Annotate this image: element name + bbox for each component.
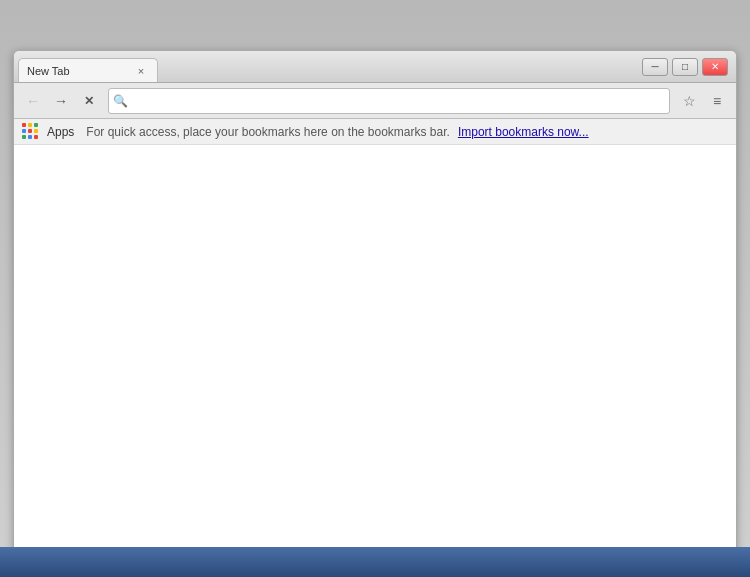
apps-dot-7 [28, 135, 32, 139]
stop-reload-button[interactable]: ✕ [76, 88, 102, 114]
bookmark-star-button[interactable]: ☆ [676, 88, 702, 114]
apps-dot-6 [22, 135, 26, 139]
chrome-menu-button[interactable]: ≡ [704, 88, 730, 114]
search-icon: 🔍 [113, 94, 128, 108]
tab-close-button[interactable]: × [133, 63, 149, 79]
back-icon: ← [26, 93, 40, 109]
maximize-button[interactable]: □ [672, 58, 698, 76]
minimize-button[interactable]: ─ [642, 58, 668, 76]
close-x-icon: ✕ [84, 94, 94, 108]
page-content [14, 145, 736, 569]
apps-dot-3 [22, 129, 26, 133]
bookmarks-bar: Apps For quick access, place your bookma… [14, 119, 736, 145]
tabs-area: New Tab × [14, 51, 634, 82]
navigation-bar: ← → ✕ 🔍 ☆ ≡ [14, 83, 736, 119]
forward-button[interactable]: → [48, 88, 74, 114]
tab-title: New Tab [27, 65, 129, 77]
title-bar: New Tab × ─ □ ✕ [14, 51, 736, 83]
close-button[interactable]: ✕ [702, 58, 728, 76]
menu-icon: ≡ [713, 93, 721, 109]
active-tab[interactable]: New Tab × [18, 58, 158, 82]
import-bookmarks-link[interactable]: Import bookmarks now... [458, 125, 589, 139]
window-controls: ─ □ ✕ [634, 51, 736, 82]
apps-button[interactable] [22, 123, 39, 140]
apps-dot-0 [22, 123, 26, 127]
back-button[interactable]: ← [20, 88, 46, 114]
address-input[interactable] [132, 94, 665, 108]
star-icon: ☆ [683, 93, 696, 109]
forward-icon: → [54, 93, 68, 109]
address-bar[interactable]: 🔍 [108, 88, 670, 114]
apps-dot-5 [34, 129, 38, 133]
apps-dot-8 [34, 135, 38, 139]
apps-dot-1 [28, 123, 32, 127]
apps-label[interactable]: Apps [47, 125, 74, 139]
apps-dot-4 [28, 129, 32, 133]
taskbar [0, 547, 750, 577]
browser-window: New Tab × ─ □ ✕ ← → ✕ 🔍 ☆ ≡ [13, 50, 737, 570]
apps-dot-2 [34, 123, 38, 127]
bookmarks-hint-text: For quick access, place your bookmarks h… [86, 125, 450, 139]
